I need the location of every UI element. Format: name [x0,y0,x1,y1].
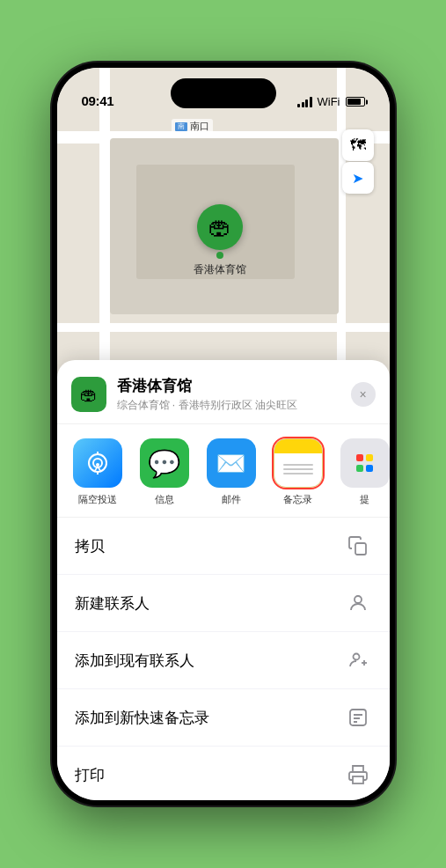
action-add-contact-label: 添加到现有联系人 [75,651,194,671]
mail-icon: ✉️ [207,438,256,488]
action-quick-note-label: 添加到新快速备忘录 [75,708,209,728]
wifi-icon: WiFi [318,95,340,108]
action-copy[interactable]: 拷贝 [57,518,390,575]
more-apps-icon [340,438,390,488]
action-list: 拷贝 新建联系人 [57,518,390,800]
map-road [57,323,390,332]
airdrop-icon [73,438,122,488]
signal-bars-icon [297,97,312,107]
svg-point-4 [96,463,99,467]
status-time: 09:41 [82,93,114,108]
venue-name: 香港体育馆 [117,376,351,396]
action-new-contact[interactable]: 新建联系人 [57,575,390,632]
new-contact-icon [344,589,372,617]
svg-rect-7 [355,543,366,555]
location-button[interactable]: ➤ [342,162,374,194]
action-quick-note[interactable]: 添加到新快速备忘录 [57,689,390,747]
share-label-airdrop: 隔空投送 [78,493,117,506]
phone-frame: 09:41 WiFi [52,63,395,805]
share-item-more[interactable]: 提 [335,438,390,506]
print-icon [344,761,372,789]
action-add-contact[interactable]: 添加到现有联系人 [57,632,390,689]
share-item-messages[interactable]: 💬 信息 [135,438,194,506]
map-type-button[interactable]: 🗺 [342,129,374,161]
svg-point-8 [355,596,362,603]
venue-pin-label: 香港体育馆 [194,262,246,277]
share-label-more: 提 [360,493,369,506]
action-new-contact-label: 新建联系人 [75,593,150,614]
close-button[interactable]: × [351,382,376,407]
quick-note-icon [344,703,372,732]
venue-pin: 🏟 香港体育馆 [194,204,246,277]
notes-icon [274,438,323,488]
share-label-notes: 备忘录 [283,493,312,506]
action-copy-label: 拷贝 [75,536,105,556]
venue-header-icon: 🏟 [71,377,106,412]
share-item-mail[interactable]: ✉️ 邮件 [201,438,261,506]
share-row: 隔空投送 💬 信息 ✉️ 邮件 [57,424,390,518]
action-print[interactable]: 打印 [57,747,390,800]
venue-header: 🏟 香港体育馆 综合体育馆 · 香港特别行政区 油尖旺区 × [57,360,390,424]
add-contact-icon [344,646,372,674]
bottom-sheet: 🏟 香港体育馆 综合体育馆 · 香港特别行政区 油尖旺区 × [57,360,390,800]
share-item-airdrop[interactable]: 隔空投送 [68,438,128,506]
venue-subtitle: 综合体育馆 · 香港特别行政区 油尖旺区 [117,398,351,413]
map-button-group: 🗺 ➤ [342,129,374,194]
svg-rect-16 [353,776,363,783]
share-label-messages: 信息 [155,493,174,506]
action-print-label: 打印 [75,765,105,785]
svg-rect-12 [350,710,366,725]
status-icons: WiFi [297,95,365,108]
venue-info: 香港体育馆 综合体育馆 · 香港特别行政区 油尖旺区 [117,376,351,413]
venue-pin-dot [216,252,223,259]
venue-pin-circle: 🏟 [197,204,243,250]
map-label-nankou: 南 南口 [172,119,213,134]
dynamic-island [171,78,276,108]
phone-screen: 09:41 WiFi [57,68,390,800]
share-label-mail: 邮件 [222,493,241,506]
share-item-notes[interactable]: 备忘录 [268,438,328,506]
copy-icon [344,532,372,560]
battery-icon [346,97,365,107]
svg-point-9 [353,654,359,660]
messages-icon: 💬 [140,438,189,488]
